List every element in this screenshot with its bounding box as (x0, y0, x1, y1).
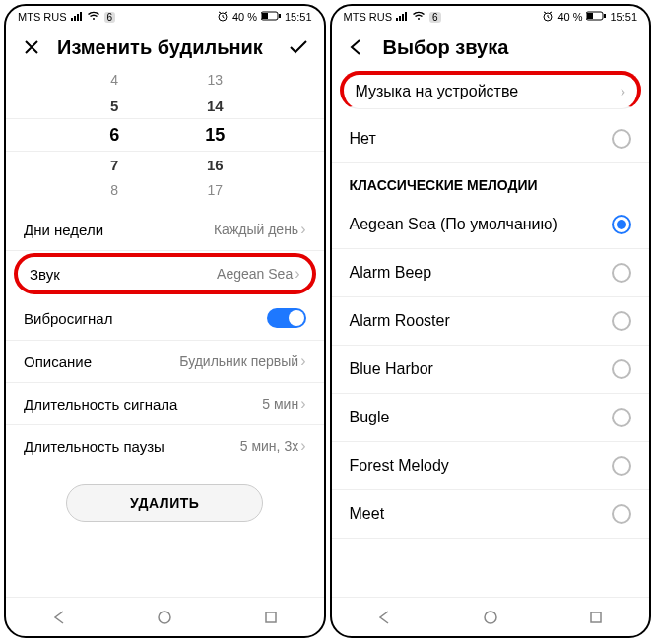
alarm-icon (542, 10, 554, 24)
notif-badge: 6 (104, 12, 116, 23)
row-vibration[interactable]: Вибросигнал (6, 296, 324, 341)
chevron-right-icon: › (295, 265, 299, 283)
battery-pct: 40 % (232, 11, 257, 23)
sound-item[interactable]: Meet (332, 490, 650, 539)
chevron-right-icon: › (300, 437, 305, 455)
row-description[interactable]: Описание Будильник первый› (6, 341, 324, 383)
radio-icon[interactable] (612, 504, 631, 524)
status-bar: MTS RUS 6 40 % 15:51 (6, 6, 324, 28)
sound-item[interactable]: Alarm Rooster (332, 297, 650, 346)
svg-point-4 (159, 612, 170, 623)
wifi-icon (87, 11, 100, 23)
nav-home-icon[interactable] (483, 610, 498, 625)
clock: 15:51 (285, 11, 312, 23)
signal-icon (396, 11, 408, 23)
svg-point-10 (485, 612, 496, 623)
nav-bar (332, 597, 650, 636)
nav-bar (6, 597, 324, 636)
row-device-music[interactable]: Музыка на устройстве › (340, 71, 642, 109)
vibration-toggle[interactable] (267, 308, 306, 328)
sound-item[interactable]: Bugle (332, 394, 650, 442)
radio-icon[interactable] (612, 456, 631, 476)
nav-back-icon[interactable] (376, 610, 392, 625)
radio-icon[interactable] (612, 263, 631, 283)
radio-icon[interactable] (612, 311, 631, 331)
chevron-right-icon: › (300, 353, 305, 370)
radio-icon[interactable] (612, 408, 631, 427)
svg-rect-2 (262, 13, 268, 19)
carrier: MTS RUS (18, 11, 67, 23)
carrier: MTS RUS (344, 11, 393, 23)
clock: 15:51 (610, 11, 637, 23)
row-pause-length[interactable]: Длительность паузы 5 мин, 3x› (6, 425, 324, 467)
svg-rect-3 (279, 14, 281, 18)
row-sound[interactable]: Звук Aegean Sea› (14, 253, 316, 294)
radio-icon[interactable] (612, 215, 631, 234)
chevron-right-icon: › (300, 395, 305, 413)
radio-icon[interactable] (612, 359, 631, 379)
header: Изменить будильник (6, 28, 324, 65)
svg-rect-8 (587, 13, 593, 19)
row-none[interactable]: Нет (332, 115, 650, 163)
signal-icon (71, 11, 83, 23)
nav-recent-icon[interactable] (263, 610, 279, 625)
sound-item[interactable]: Alarm Beep (332, 249, 650, 297)
battery-icon (261, 11, 281, 23)
wifi-icon (412, 11, 426, 23)
header: Выбор звука (332, 28, 650, 65)
battery-pct: 40 % (557, 11, 582, 23)
nav-back-icon[interactable] (51, 610, 67, 625)
nav-home-icon[interactable] (157, 610, 172, 625)
close-icon[interactable] (20, 35, 43, 59)
page-title: Изменить будильник (57, 36, 273, 59)
chevron-right-icon: › (300, 221, 305, 238)
notif-badge: 6 (429, 12, 441, 23)
alarm-icon (217, 10, 229, 24)
nav-recent-icon[interactable] (588, 610, 604, 625)
row-signal-length[interactable]: Длительность сигнала 5 мин› (6, 383, 324, 425)
battery-icon (586, 11, 606, 23)
delete-button[interactable]: УДАЛИТЬ (66, 484, 263, 522)
confirm-icon[interactable] (287, 35, 310, 59)
status-bar: MTS RUS 6 40 % 15:51 (332, 6, 650, 28)
phone-sound-select: MTS RUS 6 40 % 15:51 Выбор звука Музыка … (330, 4, 652, 638)
svg-rect-5 (266, 612, 276, 622)
section-title: КЛАССИЧЕСКИЕ МЕЛОДИИ (332, 163, 650, 201)
sound-item[interactable]: Blue Harbor (332, 346, 650, 394)
chevron-right-icon: › (621, 83, 625, 100)
row-days[interactable]: Дни недели Каждый день› (6, 209, 324, 251)
page-title: Выбор звука (383, 36, 636, 59)
sound-item[interactable]: Forest Melody (332, 442, 650, 490)
svg-rect-11 (591, 612, 601, 622)
radio-icon[interactable] (612, 129, 631, 149)
svg-rect-9 (604, 14, 606, 18)
time-picker[interactable]: 413 514 615 716 817 (6, 65, 324, 209)
sound-item[interactable]: Aegean Sea (По умолчанию) (332, 201, 650, 249)
back-icon[interactable] (346, 35, 369, 59)
phone-edit-alarm: MTS RUS 6 40 % 15:51 (4, 4, 326, 638)
